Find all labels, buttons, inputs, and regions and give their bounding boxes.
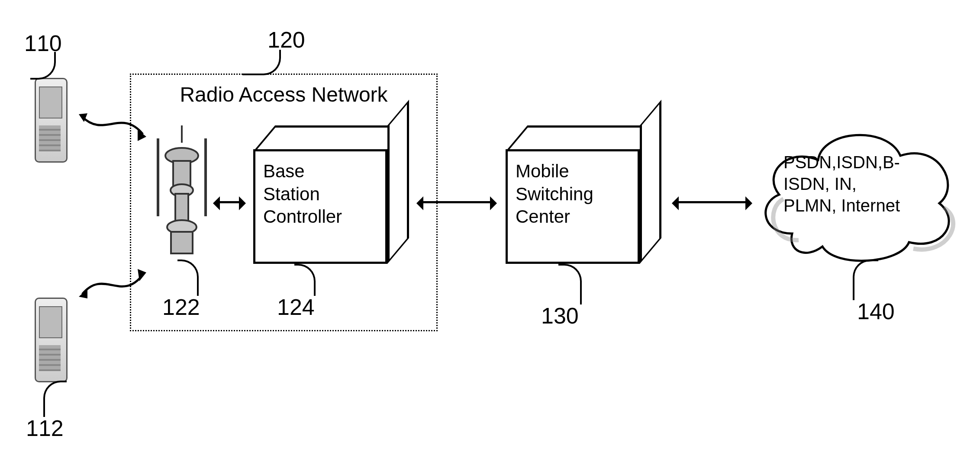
mobile-terminal-112 bbox=[30, 298, 69, 384]
mobile-terminal-110 bbox=[30, 78, 69, 164]
label-130: 130 bbox=[541, 303, 579, 329]
label-140: 140 bbox=[857, 298, 895, 324]
label-120: 120 bbox=[268, 27, 305, 53]
link-msc-cloud bbox=[675, 201, 749, 203]
svg-rect-8 bbox=[173, 161, 190, 187]
svg-marker-2 bbox=[79, 289, 87, 298]
base-station-controller: Base Station Controller bbox=[253, 125, 387, 264]
lead-110 bbox=[30, 52, 56, 80]
bsc-label: Base Station Controller bbox=[253, 149, 387, 264]
ran-title: Radio Access Network bbox=[131, 83, 436, 106]
msc-label: Mobile Switching Center bbox=[506, 149, 640, 264]
label-124: 124 bbox=[277, 294, 315, 320]
cloud-text: PSDN,ISDN,B- ISDN, IN, PLMN, Internet bbox=[783, 151, 939, 216]
base-station-tower bbox=[149, 125, 214, 264]
external-networks-cloud: PSDN,ISDN,B- ISDN, IN, PLMN, Internet bbox=[758, 121, 957, 268]
lead-112 bbox=[43, 381, 67, 417]
svg-rect-12 bbox=[171, 232, 193, 253]
network-diagram: 110 112 Radio Access Network 120 122 bbox=[0, 0, 980, 471]
label-112: 112 bbox=[26, 415, 64, 441]
lead-120 bbox=[242, 50, 281, 75]
mobile-switching-center: Mobile Switching Center bbox=[506, 125, 640, 264]
label-122: 122 bbox=[162, 294, 200, 320]
lead-140 bbox=[853, 260, 878, 300]
link-tower-bsc bbox=[216, 201, 242, 203]
link-ran-msc bbox=[420, 201, 493, 203]
lead-130 bbox=[558, 264, 582, 304]
